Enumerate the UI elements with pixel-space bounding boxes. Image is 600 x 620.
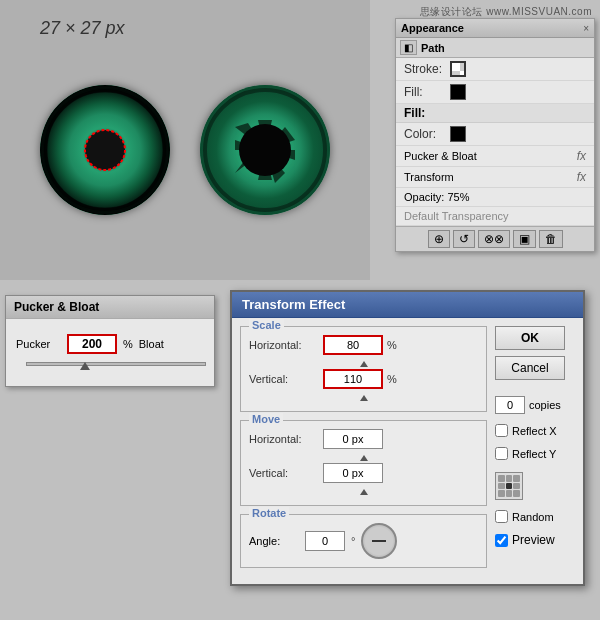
scale-section: Scale Horizontal: % Vertical: % bbox=[240, 326, 487, 412]
svg-point-1 bbox=[85, 130, 125, 170]
transform-row: Transform fx bbox=[396, 167, 594, 188]
stroke-row: Stroke: bbox=[396, 58, 594, 81]
reflect-x-checkbox[interactable] bbox=[495, 424, 508, 437]
reflect-x-label: Reflect X bbox=[512, 425, 557, 437]
pucker-slider-thumb bbox=[80, 362, 90, 370]
scale-h-input[interactable] bbox=[323, 335, 383, 355]
bloat-label: Bloat bbox=[139, 338, 164, 350]
scale-v-slider-row bbox=[249, 395, 478, 401]
move-v-row: Vertical: bbox=[249, 463, 478, 483]
random-checkbox[interactable] bbox=[495, 510, 508, 523]
transform-effect-dialog: Transform Effect Scale Horizontal: % Ver… bbox=[230, 290, 585, 586]
reflect-x-row: Reflect X bbox=[495, 424, 575, 437]
rotate-dial[interactable] bbox=[361, 523, 397, 559]
scale-h-label: Horizontal: bbox=[249, 339, 319, 351]
appearance-btn5[interactable]: 🗑 bbox=[539, 230, 563, 248]
move-v-slider-up bbox=[360, 489, 368, 495]
default-transparency-label: Default Transparency bbox=[404, 210, 509, 222]
scale-v-row: Vertical: % bbox=[249, 369, 478, 389]
stroke-swatch[interactable] bbox=[450, 61, 466, 77]
scale-h-row: Horizontal: % bbox=[249, 335, 478, 355]
appearance-path-label: Path bbox=[421, 42, 445, 54]
transform-right: OK Cancel copies Reflect X Reflect Y bbox=[495, 326, 575, 576]
appearance-btn2[interactable]: ↺ bbox=[453, 230, 475, 248]
canvas-area: 27 × 27 px bbox=[0, 0, 370, 280]
ok-button[interactable]: OK bbox=[495, 326, 565, 350]
reflect-y-row: Reflect Y bbox=[495, 447, 575, 460]
copies-input[interactable] bbox=[495, 396, 525, 414]
dial-line bbox=[372, 540, 386, 542]
eye2 bbox=[200, 85, 330, 215]
move-h-slider-up bbox=[360, 455, 368, 461]
scale-v-label: Vertical: bbox=[249, 373, 319, 385]
scale-h-unit: % bbox=[387, 339, 397, 351]
preview-row: Preview bbox=[495, 533, 575, 547]
fill-section-label: Fill: bbox=[404, 106, 425, 120]
move-h-slider-row bbox=[249, 455, 478, 461]
move-v-input[interactable] bbox=[323, 463, 383, 483]
pucker-slider[interactable] bbox=[26, 362, 206, 366]
pucker-content: Pucker % Bloat bbox=[6, 319, 214, 386]
preview-label: Preview bbox=[512, 533, 555, 547]
grid-cell-9 bbox=[513, 490, 520, 497]
scale-v-input[interactable] bbox=[323, 369, 383, 389]
grid-cell-6 bbox=[513, 483, 520, 490]
opacity-label: Opacity: 75% bbox=[404, 191, 469, 203]
random-row: Random bbox=[495, 510, 575, 523]
appearance-toolbar: ◧ Path bbox=[396, 38, 594, 58]
svg-point-13 bbox=[239, 124, 291, 176]
grid-cell-3 bbox=[513, 475, 520, 482]
fx-label1: fx bbox=[577, 149, 586, 163]
fill-label: Fill: bbox=[404, 85, 444, 99]
stroke-label: Stroke: bbox=[404, 62, 444, 76]
appearance-path-icon[interactable]: ◧ bbox=[400, 40, 417, 55]
angle-row: Angle: ° bbox=[249, 523, 478, 559]
pucker-bloat-label: Pucker & Bloat bbox=[404, 150, 477, 162]
transform-left: Scale Horizontal: % Vertical: % bbox=[240, 326, 487, 576]
fx-label2: fx bbox=[577, 170, 586, 184]
fill-section: Fill: bbox=[396, 104, 594, 123]
reflect-y-checkbox[interactable] bbox=[495, 447, 508, 460]
color-label: Color: bbox=[404, 127, 444, 141]
angle-label: Angle: bbox=[249, 535, 299, 547]
appearance-close[interactable]: × bbox=[583, 23, 589, 34]
pucker-title: Pucker & Bloat bbox=[6, 296, 214, 319]
move-h-input[interactable] bbox=[323, 429, 383, 449]
cancel-button[interactable]: Cancel bbox=[495, 356, 565, 380]
grid-cell-5 bbox=[506, 483, 513, 490]
random-label: Random bbox=[512, 511, 554, 523]
scale-h-slider-row bbox=[249, 361, 478, 367]
appearance-panel: Appearance × ◧ Path Stroke: Fill: Fill: … bbox=[395, 18, 595, 252]
grid-cell-1 bbox=[498, 475, 505, 482]
rotate-label: Rotate bbox=[249, 507, 289, 519]
scale-v-unit: % bbox=[387, 373, 397, 385]
grid-icon[interactable] bbox=[495, 472, 523, 500]
copies-row: copies bbox=[495, 396, 575, 414]
color-swatch[interactable] bbox=[450, 126, 466, 142]
grid-cell-8 bbox=[506, 490, 513, 497]
eye-container bbox=[40, 85, 330, 215]
angle-input[interactable] bbox=[305, 531, 345, 551]
pucker-row: Pucker % Bloat bbox=[16, 334, 204, 354]
move-h-row: Horizontal: bbox=[249, 429, 478, 449]
appearance-title: Appearance bbox=[401, 22, 464, 34]
svg-point-2 bbox=[45, 90, 165, 210]
move-label: Move bbox=[249, 413, 283, 425]
scale-v-slider-up bbox=[360, 395, 368, 401]
copies-label: copies bbox=[529, 399, 561, 411]
fill-swatch[interactable] bbox=[450, 84, 466, 100]
pucker-bloat-panel: Pucker & Bloat Pucker % Bloat bbox=[5, 295, 215, 387]
appearance-btn3[interactable]: ⊗⊗ bbox=[478, 230, 510, 248]
eye1 bbox=[40, 85, 170, 215]
transform-body: Scale Horizontal: % Vertical: % bbox=[232, 318, 583, 584]
appearance-btn4[interactable]: ▣ bbox=[513, 230, 536, 248]
appearance-footer: ⊕ ↺ ⊗⊗ ▣ 🗑 bbox=[396, 226, 594, 251]
pucker-input[interactable] bbox=[67, 334, 117, 354]
grid-cell-2 bbox=[506, 475, 513, 482]
preview-checkbox[interactable] bbox=[495, 534, 508, 547]
pucker-bloat-row: Pucker & Bloat fx bbox=[396, 146, 594, 167]
transform-dialog-title: Transform Effect bbox=[232, 292, 583, 318]
appearance-title-bar: Appearance × bbox=[396, 19, 594, 38]
move-v-slider-row bbox=[249, 489, 478, 495]
appearance-btn1[interactable]: ⊕ bbox=[428, 230, 450, 248]
